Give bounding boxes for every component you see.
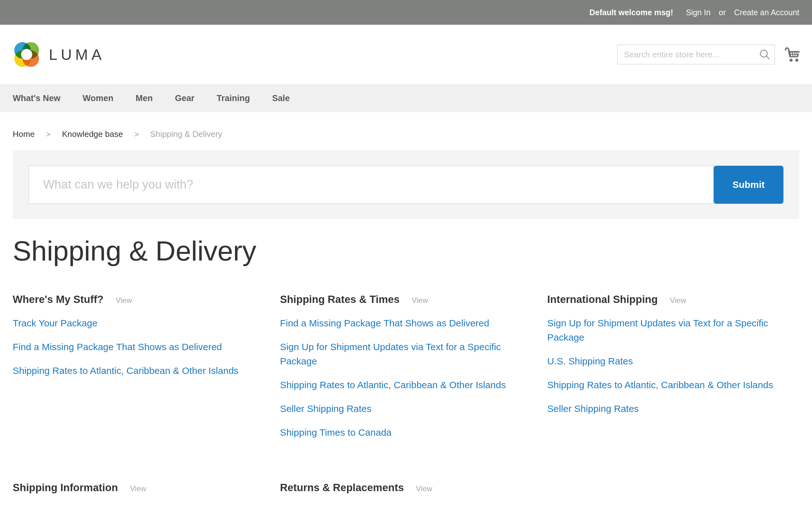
cart-icon[interactable] [784, 46, 801, 63]
view-link[interactable]: View [116, 296, 132, 305]
breadcrumb-home[interactable]: Home [13, 129, 35, 139]
category-returns-replacements: Returns & Replacements View Returns [280, 482, 532, 507]
category-header: Where's My Stuff? View [13, 293, 265, 305]
list-item: Seller Shipping Rates [280, 402, 532, 417]
view-link[interactable]: View [670, 296, 687, 305]
breadcrumb-separator-icon: > [135, 130, 139, 139]
submit-button[interactable]: Submit [714, 166, 783, 204]
category-header: Shipping Information View [13, 482, 265, 494]
top-panel: Default welcome msg! Sign In or Create a… [0, 0, 812, 25]
category-link[interactable]: Shipping Times to Canada [280, 427, 392, 438]
category-link[interactable]: Find a Missing Package That Shows as Del… [280, 318, 490, 328]
category-international-shipping: International Shipping View Sign Up for … [547, 293, 799, 450]
category-title: International Shipping [547, 293, 658, 305]
view-link[interactable]: View [130, 484, 147, 493]
list-item: Shipping Times to Canada [280, 426, 532, 441]
category-header: International Shipping View [547, 293, 799, 305]
category-link-list: Track Your Package Find a Missing Packag… [13, 317, 265, 379]
category-link-list: Sign Up for Shipment Updates via Text fo… [13, 505, 265, 507]
sign-in-link[interactable]: Sign In [686, 8, 711, 17]
category-header: Shipping Rates & Times View [280, 293, 532, 305]
list-item: Shipping Rates to Atlantic, Caribbean & … [280, 379, 532, 393]
nav-item-women[interactable]: Women [83, 94, 113, 103]
store-logo[interactable]: LUMA [13, 41, 105, 68]
category-link-list: Returns [280, 505, 532, 507]
category-link[interactable]: U.S. Shipping Rates [547, 356, 633, 366]
welcome-message: Default welcome msg! [589, 8, 673, 17]
category-link[interactable]: Sign Up for Shipment Updates via Text fo… [547, 318, 768, 343]
category-link[interactable]: Shipping Rates to Atlantic, Caribbean & … [547, 380, 773, 390]
search-icon[interactable] [758, 48, 772, 61]
list-item: Seller Shipping Rates [547, 402, 799, 417]
nav-item-training[interactable]: Training [217, 94, 250, 103]
list-item: Shipping Rates to Atlantic, Caribbean & … [547, 379, 799, 393]
list-item: Sign Up for Shipment Updates via Text fo… [13, 505, 265, 507]
view-link[interactable]: View [416, 484, 432, 493]
list-item: Track Your Package [13, 317, 265, 331]
list-item: U.S. Shipping Rates [547, 355, 799, 369]
help-search-input[interactable] [29, 166, 714, 204]
header: LUMA [0, 25, 812, 84]
store-search [617, 45, 775, 64]
category-grid: Where's My Stuff? View Track Your Packag… [13, 293, 799, 507]
view-link[interactable]: View [412, 296, 428, 305]
page-title: Shipping & Delivery [13, 236, 812, 267]
breadcrumb-knowledge-base[interactable]: Knowledge base [62, 129, 123, 139]
list-item: Find a Missing Package That Shows as Del… [13, 341, 265, 355]
category-title: Returns & Replacements [280, 482, 404, 494]
category-header: Returns & Replacements View [280, 482, 532, 494]
category-shipping-rates-times: Shipping Rates & Times View Find a Missi… [280, 293, 532, 450]
category-link[interactable]: Sign Up for Shipment Updates via Text fo… [280, 342, 501, 366]
category-link[interactable]: Seller Shipping Rates [280, 403, 372, 414]
list-item: Shipping Rates to Atlantic, Caribbean & … [13, 364, 265, 379]
category-link[interactable]: Shipping Rates to Atlantic, Caribbean & … [13, 365, 239, 376]
breadcrumb-separator-icon: > [46, 130, 50, 139]
category-title: Shipping Information [13, 482, 118, 494]
breadcrumb: Home > Knowledge base > Shipping & Deliv… [13, 129, 812, 139]
nav-item-men[interactable]: Men [136, 94, 153, 103]
category-link[interactable]: Find a Missing Package That Shows as Del… [13, 342, 222, 352]
nav-item-sale[interactable]: Sale [272, 94, 290, 103]
category-title: Where's My Stuff? [13, 293, 104, 305]
category-link-list: Sign Up for Shipment Updates via Text fo… [547, 317, 799, 417]
or-text: or [719, 8, 726, 17]
list-item: Sign Up for Shipment Updates via Text fo… [547, 317, 799, 345]
create-account-link[interactable]: Create an Account [734, 8, 799, 17]
list-item: Find a Missing Package That Shows as Del… [280, 317, 532, 331]
category-title: Shipping Rates & Times [280, 293, 400, 305]
category-link-list: Find a Missing Package That Shows as Del… [280, 317, 532, 441]
list-item: Sign Up for Shipment Updates via Text fo… [280, 341, 532, 369]
store-search-input[interactable] [617, 45, 775, 64]
list-item: Returns [280, 505, 532, 507]
main-nav: What's New Women Men Gear Training Sale [0, 84, 812, 112]
category-link[interactable]: Shipping Rates to Atlantic, Caribbean & … [280, 380, 506, 390]
category-link[interactable]: Seller Shipping Rates [547, 403, 639, 414]
category-shipping-information: Shipping Information View Sign Up for Sh… [13, 482, 265, 507]
help-search-panel: Submit [13, 150, 799, 219]
nav-item-gear[interactable]: Gear [175, 94, 194, 103]
category-link[interactable]: Track Your Package [13, 318, 97, 328]
luma-logo-icon [13, 41, 41, 68]
header-right [617, 45, 801, 64]
logo-wordmark: LUMA [49, 46, 105, 63]
nav-item-whats-new[interactable]: What's New [13, 94, 60, 103]
category-wheres-my-stuff: Where's My Stuff? View Track Your Packag… [13, 293, 265, 450]
breadcrumb-current-page: Shipping & Delivery [150, 129, 222, 139]
